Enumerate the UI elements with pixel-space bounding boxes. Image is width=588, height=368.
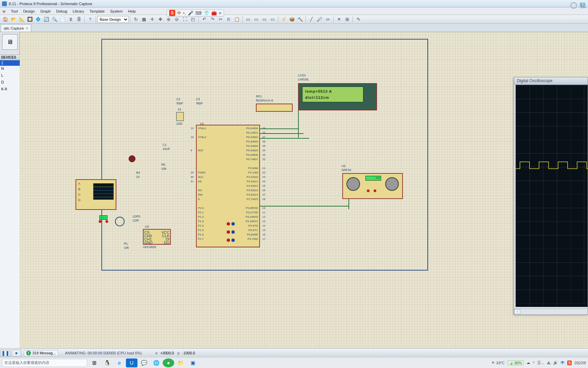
u3-component[interactable]: CSVCCCH0CLKCH1DIGNDDO bbox=[143, 229, 171, 245]
taskview-icon[interactable]: ⊞ bbox=[88, 358, 100, 367]
design-select[interactable]: Base Design bbox=[97, 16, 129, 23]
tray-chevron-icon[interactable]: ^ bbox=[533, 361, 535, 365]
oscilloscope-probe[interactable]: A B C D bbox=[76, 179, 116, 210]
close-icon[interactable]: × bbox=[26, 26, 28, 30]
pcb-icon[interactable]: 🔲 bbox=[26, 16, 34, 23]
rp1-component[interactable] bbox=[256, 104, 293, 112]
undo-icon[interactable]: ↶ bbox=[200, 16, 208, 23]
chip-icon[interactable]: 💠 bbox=[34, 16, 42, 23]
led-d4[interactable] bbox=[129, 155, 135, 162]
lcd-component[interactable]: temp=0513 A dist=112cm bbox=[298, 83, 377, 110]
edit-icon[interactable]: ✎ bbox=[355, 16, 362, 23]
ime-skin-icon[interactable]: 👕 bbox=[204, 11, 209, 16]
u2-plus-button[interactable] bbox=[374, 189, 376, 192]
ime-punct-icon[interactable]: •, bbox=[183, 11, 186, 16]
sogou-icon[interactable]: S bbox=[169, 10, 175, 16]
oscilloscope-title[interactable]: Digital Oscilloscope bbox=[514, 77, 588, 85]
taskbar-search[interactable]: 在这里输入你要搜索的内容 bbox=[2, 359, 87, 367]
app2-icon[interactable]: ● bbox=[163, 358, 174, 367]
battery-widget[interactable]: 🍃 98% bbox=[507, 360, 524, 365]
zoom-icon[interactable]: 🔍 bbox=[51, 16, 58, 23]
sheet-icon[interactable]: 📄 bbox=[59, 16, 66, 23]
ime-keyboard-icon[interactable]: ⌨ bbox=[195, 11, 202, 16]
property-icon[interactable]: ≔ bbox=[324, 16, 331, 23]
tray-date[interactable]: 2022/8 bbox=[574, 361, 586, 365]
pick-icon[interactable]: ⚡ bbox=[280, 16, 288, 23]
menu-system[interactable]: System bbox=[108, 9, 126, 13]
menu-tool[interactable]: Tool bbox=[8, 9, 20, 13]
qq-icon[interactable]: 🐧 bbox=[101, 358, 113, 367]
origin-icon[interactable]: ✛ bbox=[148, 16, 156, 23]
device-row[interactable]: K-8 bbox=[0, 86, 20, 92]
ie-icon[interactable]: e bbox=[114, 358, 125, 367]
ldr-minus-button[interactable] bbox=[99, 220, 101, 223]
zoomin-icon[interactable]: ⊕ bbox=[165, 16, 172, 23]
overview-icon[interactable]: 🖥 bbox=[2, 34, 18, 50]
home-icon[interactable]: 🏠 bbox=[2, 16, 9, 23]
scroll-left-icon[interactable]: ‹ bbox=[514, 309, 520, 314]
device-row[interactable]: 2 bbox=[0, 60, 20, 66]
messages-pill[interactable]: i 318 Messag... bbox=[24, 350, 58, 356]
tray-net-icon[interactable]: 🖧 bbox=[547, 361, 551, 365]
tray-ime-label[interactable]: 正... bbox=[537, 360, 544, 365]
ldr-plus-button[interactable] bbox=[105, 220, 108, 223]
zoomarea-icon[interactable]: ◰ bbox=[189, 16, 197, 23]
code-icon[interactable]: $ bbox=[67, 16, 75, 23]
menu-debug[interactable]: Debug bbox=[53, 9, 70, 13]
oscilloscope-screen[interactable] bbox=[516, 85, 588, 307]
ime-toolbox-icon[interactable]: 🧰 bbox=[211, 11, 217, 16]
wire-icon[interactable]: ╱ bbox=[308, 16, 315, 23]
menu-design[interactable]: Design bbox=[20, 9, 37, 13]
u2-component[interactable]: 112 bbox=[342, 173, 403, 199]
device-row[interactable]: N bbox=[0, 66, 20, 71]
ime-menu-icon[interactable]: ≡ bbox=[219, 11, 222, 16]
package-icon[interactable]: 📦 bbox=[288, 16, 296, 23]
pan-icon[interactable]: ✥ bbox=[157, 16, 164, 23]
pause-button[interactable]: ❚❚ bbox=[1, 350, 10, 356]
netlist-icon[interactable]: ⊞ bbox=[343, 16, 351, 23]
device-row[interactable]: D bbox=[0, 79, 20, 85]
refresh-icon[interactable]: 🔄 bbox=[43, 16, 50, 23]
wechat-icon[interactable]: 💬 bbox=[138, 358, 150, 367]
copy-icon[interactable]: ⎘ bbox=[225, 16, 232, 23]
oscilloscope-window[interactable]: Digital Oscilloscope ‹ bbox=[514, 77, 588, 315]
devices-list[interactable]: 2NLDK-8 bbox=[0, 60, 20, 92]
oscilloscope-scrollbar[interactable]: ‹ bbox=[514, 308, 588, 315]
cut-icon[interactable]: ✂ bbox=[217, 16, 224, 23]
menu-graph[interactable]: Graph bbox=[37, 9, 53, 13]
open-icon[interactable]: 📂 bbox=[10, 16, 17, 23]
explorer-icon[interactable]: 📁 bbox=[175, 358, 186, 367]
ime-toolbar[interactable]: S 中 •, 🎤 ⌨ 👕 🧰 ≡ bbox=[167, 10, 224, 16]
device-row[interactable]: L bbox=[0, 73, 20, 78]
button-array[interactable] bbox=[225, 221, 250, 251]
app1-icon[interactable]: U bbox=[126, 358, 137, 367]
help-icon[interactable]: ? bbox=[86, 16, 94, 23]
erc-icon[interactable]: ✕ bbox=[335, 16, 343, 23]
paste-icon[interactable]: 📋 bbox=[233, 16, 241, 23]
block-copy-icon[interactable]: ▭ bbox=[244, 16, 252, 23]
redraw-icon[interactable]: ↻ bbox=[132, 16, 140, 23]
redo-icon[interactable]: ↷ bbox=[209, 16, 216, 23]
stop-button[interactable]: ■ bbox=[12, 350, 21, 356]
tray-lang-icon[interactable]: 中 bbox=[561, 360, 565, 365]
x1-component[interactable] bbox=[176, 112, 184, 121]
proteus-icon[interactable]: ▣ bbox=[187, 358, 199, 367]
block-move-icon[interactable]: ▭ bbox=[252, 16, 260, 23]
canvas[interactable]: LCD1 LM016L temp=0513 A dist=112cm RP1 R… bbox=[20, 32, 588, 348]
ime-lang[interactable]: 中 bbox=[177, 11, 181, 16]
zoomout-icon[interactable]: ⊖ bbox=[173, 16, 180, 23]
tray-vol-icon[interactable]: 🔊 bbox=[553, 361, 558, 365]
tab-schematic[interactable]: atic Capture × bbox=[1, 24, 31, 32]
grid-icon[interactable]: ▦ bbox=[140, 16, 148, 23]
tray-cloud-icon[interactable]: ☁ bbox=[526, 361, 530, 365]
ldr-component[interactable] bbox=[115, 217, 125, 226]
block-rotate-icon[interactable]: ▭ bbox=[261, 16, 268, 23]
decompose-icon[interactable]: 🔨 bbox=[296, 16, 304, 23]
u2-minus-button[interactable] bbox=[367, 189, 370, 192]
menu-help[interactable]: Help bbox=[125, 9, 138, 13]
weather-widget[interactable]: ☀ 33°C bbox=[491, 361, 505, 365]
find-icon[interactable]: 🔎 bbox=[316, 16, 323, 23]
tray-sogou-icon[interactable]: S bbox=[567, 361, 572, 365]
db-icon[interactable]: 🗄 bbox=[75, 16, 83, 23]
menu-w[interactable]: w bbox=[0, 9, 8, 13]
